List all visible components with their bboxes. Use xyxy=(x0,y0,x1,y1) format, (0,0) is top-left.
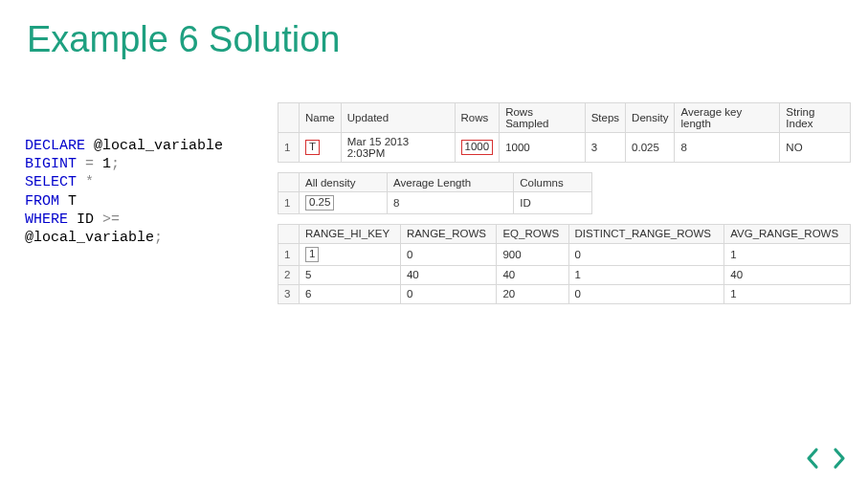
col-avg-length: Average Length xyxy=(388,173,514,192)
col-density: Density xyxy=(626,103,675,133)
cell-range-rows: 0 xyxy=(400,284,497,303)
table-header-row: RANGE_HI_KEY RANGE_ROWS EQ_ROWS DISTINCT… xyxy=(278,224,851,243)
cell-range-rows: 40 xyxy=(400,265,497,284)
boxed-value: 0.25 xyxy=(305,195,334,211)
col-eq-rows: EQ_ROWS xyxy=(497,224,568,243)
nav-arrows-icon[interactable] xyxy=(805,446,847,471)
cell-rownum: 1 xyxy=(278,133,300,163)
col-distinct-range-rows: DISTINCT_RANGE_ROWS xyxy=(568,224,724,243)
cell-avg-length: 8 xyxy=(388,192,514,214)
cell-updated: Mar 15 2013 2:03PM xyxy=(341,133,455,163)
kw-from: FROM xyxy=(25,193,59,210)
code-txt: ID xyxy=(68,211,102,228)
table-row: 2 5 40 40 1 40 xyxy=(278,265,851,284)
code-txt: T xyxy=(59,193,77,210)
cell-rownum: 1 xyxy=(278,192,300,214)
op-semi: ; xyxy=(111,156,120,172)
cell-distinct: 0 xyxy=(568,284,724,303)
cell-density: 0.025 xyxy=(626,133,675,163)
cell-avg-range: 1 xyxy=(724,243,851,265)
col-name: Name xyxy=(300,103,342,133)
col-avg-key-len: Average key length xyxy=(675,103,780,133)
table-row: 1 T Mar 15 2013 2:03PM 1000 1000 3 0.025… xyxy=(278,133,851,163)
col-all-density: All density xyxy=(300,173,388,192)
histogram-table: RANGE_HI_KEY RANGE_ROWS EQ_ROWS DISTINCT… xyxy=(278,224,851,304)
slide-title: Example 6 Solution xyxy=(0,0,868,60)
code-txt: @local_variable xyxy=(85,138,223,154)
col-columns: Columns xyxy=(514,173,592,192)
cell-columns: ID xyxy=(514,192,592,214)
col-rows-sampled: Rows Sampled xyxy=(500,103,586,133)
cell-avg-range: 1 xyxy=(724,284,851,303)
cell-range-hi: 1 xyxy=(300,243,401,265)
col-rownum xyxy=(278,173,300,192)
kw-where: WHERE xyxy=(25,211,68,228)
code-txt xyxy=(77,156,85,172)
cell-eq-rows: 40 xyxy=(497,265,568,284)
op-star: * xyxy=(85,174,94,190)
cell-avg-key: 8 xyxy=(675,133,780,163)
stats-header-table: Name Updated Rows Rows Sampled Steps Den… xyxy=(278,102,851,163)
code-txt: 1 xyxy=(94,156,111,172)
cell-name: T xyxy=(300,133,342,163)
col-avg-range-rows: AVG_RANGE_ROWS xyxy=(724,224,851,243)
content-area: DECLARE @local_variable BIGINT = 1; SELE… xyxy=(0,137,868,314)
code-txt xyxy=(77,174,85,190)
table-row: 1 1 0 900 0 1 xyxy=(278,243,851,265)
col-range-rows: RANGE_ROWS xyxy=(400,224,497,243)
cell-avg-range: 40 xyxy=(724,265,851,284)
cell-distinct: 1 xyxy=(568,265,724,284)
table-header-row: Name Updated Rows Rows Sampled Steps Den… xyxy=(278,103,851,133)
kw-select: SELECT xyxy=(25,174,77,190)
cell-range-hi: 5 xyxy=(300,265,401,284)
cell-range-rows: 0 xyxy=(400,243,497,265)
col-range-hi-key: RANGE_HI_KEY xyxy=(300,224,401,243)
cell-eq-rows: 900 xyxy=(497,243,568,265)
cell-rownum: 2 xyxy=(278,265,300,284)
cell-rownum: 1 xyxy=(278,243,300,265)
boxed-value: 1 xyxy=(305,247,319,262)
cell-distinct: 0 xyxy=(568,243,724,265)
cell-range-hi: 6 xyxy=(300,284,401,303)
kw-declare: DECLARE xyxy=(25,138,85,154)
cell-steps: 3 xyxy=(585,133,625,163)
stats-tables: Name Updated Rows Rows Sampled Steps Den… xyxy=(278,102,868,314)
col-rownum xyxy=(278,103,300,133)
col-updated: Updated xyxy=(341,103,455,133)
op-eq: = xyxy=(85,156,94,172)
code-txt: @local_variable xyxy=(25,230,154,246)
table-row: 1 0.25 8 ID xyxy=(278,192,592,214)
density-table: All density Average Length Columns 1 0.2… xyxy=(278,172,592,214)
col-rownum xyxy=(278,224,300,243)
cell-rownum: 3 xyxy=(278,284,300,303)
cell-eq-rows: 20 xyxy=(497,284,568,303)
highlighted-value: 1000 xyxy=(461,140,494,155)
col-steps: Steps xyxy=(585,103,625,133)
op-gte: >= xyxy=(102,211,120,228)
op-semi: ; xyxy=(154,230,163,246)
table-row: 3 6 0 20 0 1 xyxy=(278,284,851,303)
cell-rows-sampled: 1000 xyxy=(500,133,586,163)
highlighted-value: T xyxy=(305,140,320,155)
kw-bigint: BIGINT xyxy=(25,156,77,172)
col-rows: Rows xyxy=(455,103,500,133)
col-string-index: String Index xyxy=(780,103,851,133)
cell-rows: 1000 xyxy=(455,133,500,163)
table-header-row: All density Average Length Columns xyxy=(278,173,592,192)
cell-string-index: NO xyxy=(780,133,851,163)
cell-all-density: 0.25 xyxy=(300,192,388,214)
sql-code-block: DECLARE @local_variable BIGINT = 1; SELE… xyxy=(0,137,278,314)
